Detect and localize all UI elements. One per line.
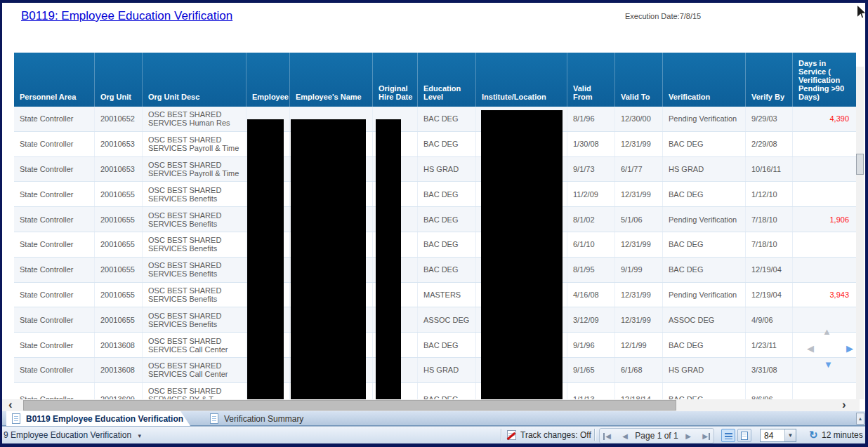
table-cell: BAC DEG xyxy=(418,182,476,206)
table-cell: 8/6/06 xyxy=(746,383,793,400)
table-cell: 1,906 xyxy=(793,207,856,232)
tab-verification-summary[interactable]: Verification Summary xyxy=(204,411,303,426)
last-refresh-time[interactable]: 12 minutes ago xyxy=(822,430,865,440)
report-selector-label: 9 Employee Education Verification xyxy=(4,430,131,440)
table-row: State Controller20010655OSC BEST SHARED … xyxy=(14,232,856,258)
table-cell: BAC DEG xyxy=(418,207,476,232)
column-header: Employee xyxy=(246,53,290,107)
table-cell: 20010655 xyxy=(95,283,143,307)
table-cell: ASSOC DEG xyxy=(663,307,746,332)
report-selector-dropdown[interactable]: 9 Employee Education Verification ▾ xyxy=(4,430,141,440)
redaction-overlay-hire-date xyxy=(376,119,401,400)
column-header: Verify By xyxy=(746,53,793,107)
last-page-icon[interactable]: ▶ xyxy=(697,432,714,440)
table-cell xyxy=(793,232,856,257)
table-cell: 7/18/10 xyxy=(746,207,793,232)
table-cell: 4/16/08 xyxy=(567,283,615,307)
zoom-dropdown[interactable]: 84 ▼ xyxy=(760,429,796,442)
table-cell: 12/31/99 xyxy=(615,307,663,332)
table-row: State Controller20010655OSC BEST SHARED … xyxy=(14,307,856,333)
column-header: Org Unit Desc xyxy=(143,53,246,107)
quick-display-mode-button[interactable] xyxy=(721,429,735,442)
table-cell: ASSOC DEG xyxy=(418,307,476,332)
column-header: Original Hire Date xyxy=(373,53,418,107)
track-changes-status[interactable]: Track changes: Off xyxy=(520,430,591,440)
zoom-value: 84 xyxy=(761,429,784,441)
table-cell: 20010655 xyxy=(95,307,143,332)
table-cell: 20010655 xyxy=(95,258,143,282)
previous-page-icon[interactable]: ◀ xyxy=(617,432,633,440)
table-cell: 20010652 xyxy=(95,107,143,131)
horizontal-scrollbar-thumb[interactable] xyxy=(23,400,676,411)
table-cell xyxy=(793,182,856,206)
table-cell: 20013608 xyxy=(95,333,143,357)
horizontal-scrollbar[interactable]: ‹ › xyxy=(2,399,860,411)
table-cell: 20013608 xyxy=(95,358,143,382)
tab-scroll-button[interactable]: ▲ xyxy=(856,413,864,425)
report-tab-bar: B0119 Employee Education Verification Ve… xyxy=(2,411,865,426)
table-cell xyxy=(793,383,856,400)
separator xyxy=(501,429,501,441)
table-cell: 3/31/08 xyxy=(746,358,793,382)
table-cell: 12/31/99 xyxy=(615,232,663,257)
page-icon xyxy=(741,432,748,440)
first-page-icon[interactable]: ◀ xyxy=(600,432,617,440)
track-changes-icon[interactable] xyxy=(507,430,516,440)
table-cell: 12/18/14 xyxy=(615,383,663,400)
table-cell: State Controller xyxy=(14,307,95,332)
report-viewer: B0119: Employee Education Verification E… xyxy=(2,3,865,443)
scroll-left-icon[interactable]: ◀ xyxy=(807,344,814,353)
separator xyxy=(594,429,595,441)
table-cell: 20013609 xyxy=(95,383,143,400)
table-cell xyxy=(793,157,856,182)
table-cell: HS GRAD xyxy=(418,358,476,382)
scroll-right-icon[interactable]: ▶ xyxy=(846,344,853,353)
vertical-scrollbar-thumb[interactable] xyxy=(856,154,864,175)
table-cell xyxy=(793,132,856,156)
table-cell: State Controller xyxy=(14,157,95,182)
mouse-cursor xyxy=(857,6,865,18)
table-cell: 5/1/06 xyxy=(615,207,663,232)
table-row: State Controller20010653OSC BEST SHARED … xyxy=(14,157,856,182)
table-cell: BAC DEG xyxy=(663,383,746,400)
table-cell: 12/31/99 xyxy=(615,283,663,307)
table-cell: OSC BEST SHARED SERVICES Call Center xyxy=(143,333,246,357)
table-cell: 20010655 xyxy=(95,232,143,257)
tab-label: B0119 Employee Education Verification xyxy=(26,414,183,424)
column-header: Employee's Name xyxy=(290,53,373,107)
next-page-icon[interactable]: ▶ xyxy=(680,432,697,440)
table-cell: BAC DEG xyxy=(663,258,746,282)
table-cell: 10/16/11 xyxy=(746,157,793,182)
table-cell: 9/1/99 xyxy=(615,258,663,282)
page-mode-button[interactable] xyxy=(737,429,751,442)
table-cell: 6/1/68 xyxy=(615,358,663,382)
table-cell xyxy=(793,258,856,282)
tab-employee-education-verification[interactable]: B0119 Employee Education Verification xyxy=(6,411,190,426)
redaction-overlay-employee xyxy=(247,119,284,400)
scroll-up-icon[interactable]: ▲ xyxy=(822,327,831,336)
vertical-scrollbar[interactable] xyxy=(856,67,864,399)
table-cell: BAC DEG xyxy=(663,132,746,156)
page-navigation: ◀ ◀ Page 1 of 1 ▶ ▶ xyxy=(599,428,714,443)
report-title-link[interactable]: B0119: Employee Education Verification xyxy=(21,9,232,23)
scroll-down-icon[interactable]: ▼ xyxy=(824,360,833,369)
table-body: State Controller20010652OSC BEST SHARED … xyxy=(14,107,856,400)
table-cell: 12/19/04 xyxy=(746,283,793,307)
table-cell: 20010653 xyxy=(95,132,143,156)
refresh-icon[interactable]: ↻ xyxy=(809,429,818,441)
scrollbar-left-arrow-icon[interactable]: ‹ xyxy=(8,398,13,412)
table-cell: State Controller xyxy=(14,207,95,232)
scrollbar-right-arrow-icon[interactable]: › xyxy=(842,398,846,412)
table-cell: BAC DEG xyxy=(418,383,476,400)
table-row: State Controller20010653OSC BEST SHARED … xyxy=(14,132,856,157)
column-header: Days in Service ( Verification Pending >… xyxy=(793,53,856,107)
table-cell: 1/12/10 xyxy=(746,182,793,206)
table-cell: 4/9/06 xyxy=(746,307,793,332)
table-cell: 9/29/03 xyxy=(746,107,793,131)
report-table: Personnel AreaOrg UnitOrg Unit DescEmplo… xyxy=(14,53,856,400)
column-header: Personnel Area xyxy=(14,53,95,107)
table-cell: 9/1/96 xyxy=(567,333,615,357)
table-cell: Pending Verification xyxy=(663,207,746,232)
table-row: State Controller20010655OSC BEST SHARED … xyxy=(14,258,856,283)
table-cell: BAC DEG xyxy=(418,232,476,257)
